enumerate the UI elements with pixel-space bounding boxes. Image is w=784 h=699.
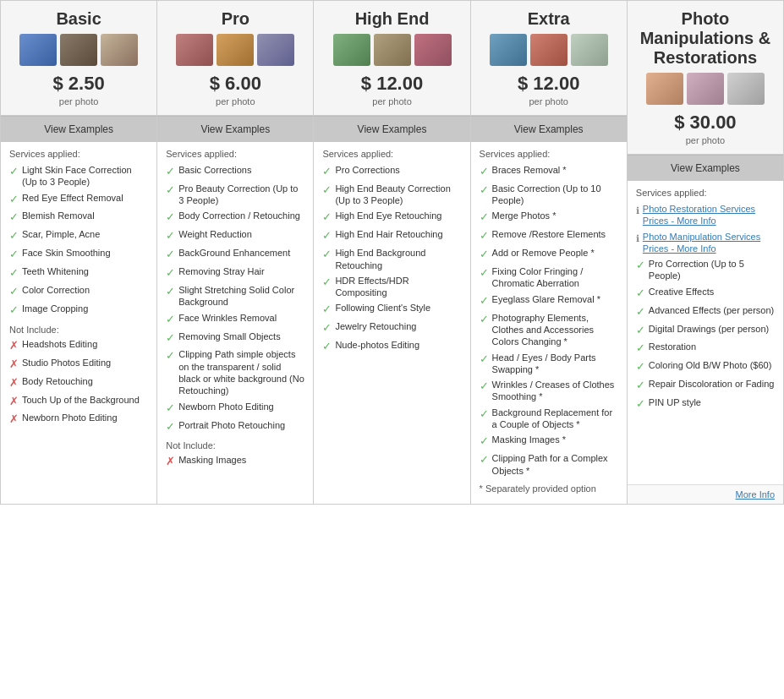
check-icon: ✓ <box>166 401 175 416</box>
check-icon: ✓ <box>480 434 489 449</box>
included-item-basic-1: ✓Red Eye Effect Removal <box>9 192 148 207</box>
col-title-extra: Extra <box>475 9 622 29</box>
included-text-basic-4: Face Skin Smoothing <box>22 247 111 259</box>
included-item-pro-9: ✓Clipping Path simple objects on the tra… <box>166 348 304 396</box>
included-item-pro-3: ✓Weight Reduction <box>166 228 304 243</box>
services-section-pro: Services applied:✓Basic Corrections✓Pro … <box>157 142 313 504</box>
check-icon: ✓ <box>166 266 175 281</box>
col-header-pro: Pro$ 6.00per photo <box>157 1 313 116</box>
photo-thumb-pro-1 <box>217 34 254 66</box>
included-item-high-end-8: ✓Nude-photos Editing <box>322 339 461 354</box>
included-item-high-end-1: ✓High End Beauty Correction (Up to 3 Peo… <box>322 183 461 207</box>
not-included-item-pro-0: ✗Masking Images <box>166 454 304 469</box>
check-icon: ✓ <box>480 183 489 198</box>
pricing-table: Basic$ 2.50per photoView ExamplesService… <box>0 0 784 505</box>
included-item-high-end-6: ✓Following Client's Style <box>322 302 461 317</box>
photo-thumb-basic-0 <box>19 34 57 66</box>
info-link-sub-manipulations-1[interactable]: Prices - More Info <box>643 243 716 254</box>
photos-row-pro <box>162 34 309 66</box>
cross-icon: ✗ <box>166 455 175 469</box>
check-icon: ✓ <box>166 349 175 363</box>
included-text-basic-6: Color Correction <box>22 284 90 296</box>
more-info-link[interactable]: More Info <box>628 484 783 504</box>
check-icon: ✓ <box>480 313 489 327</box>
included-text-manipulations-2: Advanced Effects (per person) <box>649 304 774 316</box>
included-text-basic-7: Image Cropping <box>22 303 88 314</box>
check-icon: ✓ <box>480 248 489 262</box>
included-text-high-end-6: Following Client's Style <box>335 302 430 314</box>
col-extra: Extra$ 12.00per photoView ExamplesServic… <box>471 1 628 504</box>
view-examples-btn-manipulations[interactable]: View Examples <box>628 155 783 181</box>
check-icon: ✓ <box>166 420 175 434</box>
col-header-extra: Extra$ 12.00per photo <box>471 1 627 116</box>
included-item-high-end-3: ✓High End Hair Retouching <box>322 228 461 243</box>
col-high-end: High End$ 12.00per photoView ExamplesSer… <box>314 1 470 504</box>
included-text-pro-9: Clipping Path simple objects on the tran… <box>178 348 304 396</box>
included-item-basic-4: ✓Face Skin Smoothing <box>9 247 148 262</box>
per-photo-pro: per photo <box>162 96 309 106</box>
included-text-extra-3: Remove /Restore Elements <box>492 228 606 240</box>
col-pro: Pro$ 6.00per photoView ExamplesServices … <box>157 1 314 504</box>
cross-icon: ✗ <box>9 412 19 427</box>
included-text-basic-0: Light Skin Face Correction (Up to 3 Peop… <box>22 164 148 188</box>
not-include-label-pro: Not Include: <box>166 440 304 451</box>
included-text-extra-10: Background Replacement for a Couple of O… <box>492 407 618 431</box>
check-icon: ✓ <box>636 324 645 338</box>
included-text-high-end-8: Nude-photos Editing <box>335 339 419 351</box>
included-item-manipulations-0: ✓Pro Correction (Up to 5 People) <box>636 258 775 282</box>
check-icon: ✓ <box>166 210 175 225</box>
not-included-text-basic-3: Touch Up of the Background <box>22 394 140 406</box>
col-title-high-end: High End <box>318 9 465 29</box>
included-text-basic-1: Red Eye Effect Removal <box>22 192 123 204</box>
included-item-pro-4: ✓BackGround Enhancement <box>166 247 304 262</box>
view-examples-btn-pro[interactable]: View Examples <box>157 116 313 142</box>
photo-thumb-manipulations-2 <box>727 73 765 105</box>
included-text-manipulations-4: Restoration <box>649 341 696 352</box>
services-label-pro: Services applied: <box>166 149 304 159</box>
not-included-item-basic-1: ✗Studio Photos Editing <box>9 357 148 372</box>
check-icon: ✓ <box>636 305 645 319</box>
check-icon: ✓ <box>636 287 645 301</box>
services-label-high-end: Services applied: <box>322 149 461 159</box>
included-text-manipulations-6: Repair Discoloration or Fading <box>649 378 775 390</box>
check-icon: ✓ <box>480 453 489 467</box>
col-header-high-end: High End$ 12.00per photo <box>314 1 469 116</box>
included-text-high-end-5: HDR Effects/HDR Compositing <box>335 275 461 299</box>
check-icon: ✓ <box>166 285 175 299</box>
check-icon: ✓ <box>166 183 175 198</box>
included-item-extra-6: ✓Eyeglass Glare Removal * <box>480 293 618 309</box>
included-text-extra-0: Braces Removal * <box>492 164 567 176</box>
not-included-text-basic-4: Newborn Photo Editing <box>22 412 118 423</box>
photo-thumb-high-end-0 <box>333 34 370 66</box>
included-item-extra-12: ✓Clipping Path for a Complex Objects * <box>480 452 618 477</box>
view-examples-btn-extra[interactable]: View Examples <box>471 116 627 142</box>
view-examples-btn-high-end[interactable]: View Examples <box>314 116 469 142</box>
col-header-basic: Basic$ 2.50per photo <box>1 1 156 116</box>
check-icon: ✓ <box>322 183 332 198</box>
per-photo-extra: per photo <box>475 96 622 106</box>
not-include-label-basic: Not Include: <box>9 325 148 335</box>
info-link-main-manipulations-0[interactable]: Photo Restoration Services <box>643 204 755 214</box>
photos-row-extra <box>475 34 622 66</box>
included-item-high-end-0: ✓Pro Corrections <box>322 164 461 179</box>
included-text-extra-1: Basic Correction (Up to 10 People) <box>492 183 618 207</box>
included-text-pro-4: BackGround Enhancement <box>178 247 290 259</box>
info-link-main-manipulations-1[interactable]: Photo Manipulation Services <box>643 232 760 242</box>
price-high-end: $ 12.00 <box>318 73 465 95</box>
included-item-manipulations-6: ✓Repair Discoloration or Fading <box>636 378 775 393</box>
included-item-pro-7: ✓Face Wrinkles Removal <box>166 312 304 327</box>
services-section-high-end: Services applied:✓Pro Corrections✓High E… <box>314 142 469 504</box>
check-icon: ✓ <box>9 303 19 318</box>
check-icon: ✓ <box>480 294 489 309</box>
col-title-basic: Basic <box>5 9 152 29</box>
cross-icon: ✗ <box>9 339 19 353</box>
included-item-pro-10: ✓Newborn Photo Editing <box>166 401 304 416</box>
view-examples-btn-basic[interactable]: View Examples <box>1 116 156 142</box>
photo-thumb-manipulations-1 <box>687 73 724 105</box>
check-icon: ✓ <box>636 397 645 412</box>
photos-row-basic <box>5 34 152 66</box>
included-item-extra-3: ✓Remove /Restore Elements <box>480 228 618 243</box>
check-icon: ✓ <box>636 259 645 273</box>
check-icon: ✓ <box>322 165 332 179</box>
info-link-sub-manipulations-0[interactable]: Prices - More Info <box>643 216 716 226</box>
